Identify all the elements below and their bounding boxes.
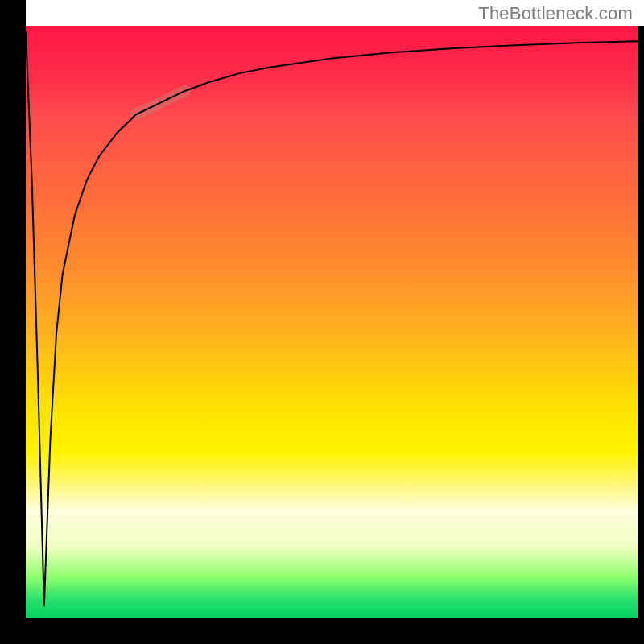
y-axis-black-bar — [0, 0, 26, 644]
attribution-label: TheBottleneck.com — [478, 3, 633, 24]
bottleneck-curve-svg — [26, 26, 638, 618]
curve-main-line — [26, 31, 638, 606]
x-axis-black-bar — [0, 618, 644, 644]
